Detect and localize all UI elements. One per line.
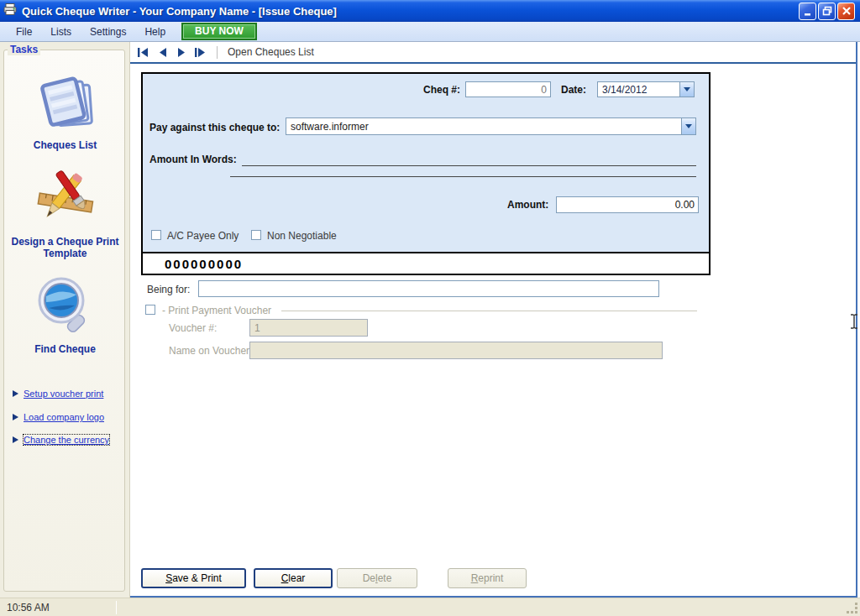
resize-grip[interactable] <box>847 603 858 614</box>
amount-words-label: Amount In Words: <box>149 154 237 165</box>
name-on-voucher-label: Name on Voucher: <box>169 345 252 357</box>
amount-words-line-2[interactable] <box>230 176 696 177</box>
first-record-button[interactable] <box>138 48 149 57</box>
link-label: Setup voucher print <box>24 389 103 399</box>
ac-payee-checkbox[interactable] <box>151 230 161 240</box>
voucher-group-rule <box>281 311 697 311</box>
tasks-groupbox: Cheques List <box>3 50 125 592</box>
payee-value: software.informer <box>286 121 681 133</box>
sidebar-item-label: Design a Cheque Print Template <box>4 236 126 259</box>
restore-button[interactable] <box>818 3 836 20</box>
titlebar: Quick Cheque Writer - Your Company Name … <box>0 0 860 22</box>
menubar: File Lists Settings Help BUY NOW <box>0 22 860 42</box>
payee-label: Pay against this cheque to: <box>149 122 280 133</box>
cheq-no-input[interactable] <box>465 81 551 97</box>
name-on-voucher-input[interactable] <box>249 342 663 359</box>
delete-button[interactable]: Delete <box>337 568 417 588</box>
print-voucher-checkbox[interactable] <box>145 305 155 315</box>
amount-label: Amount: <box>507 199 548 211</box>
ac-payee-label: A/C Payee Only <box>167 230 239 242</box>
tasks-group-title: Tasks <box>8 44 40 55</box>
voucher-no-label: Voucher #: <box>169 322 217 334</box>
print-voucher-group-label: - Print Payment Voucher <box>162 305 271 316</box>
menu-help[interactable]: Help <box>135 23 175 40</box>
menu-file[interactable]: File <box>7 23 41 40</box>
triangle-bullet-icon <box>13 414 18 420</box>
printer-icon <box>3 3 17 19</box>
micr-strip: 000000000 <box>143 252 709 274</box>
link-label: Change the currency <box>24 435 109 445</box>
date-value: 3/14/2012 <box>598 84 679 96</box>
non-negotiable-label: Non Negotiable <box>267 230 337 242</box>
sidebar-item-cheques-list[interactable]: Cheques List <box>4 72 126 151</box>
cheq-no-label: Cheq #: <box>391 84 460 96</box>
design-template-icon <box>32 221 99 235</box>
text-cursor-icon <box>850 314 858 332</box>
navbar-separator <box>217 46 218 59</box>
minimize-button[interactable] <box>799 3 816 20</box>
find-cheque-icon <box>32 328 99 342</box>
voucher-no-input[interactable] <box>249 319 368 337</box>
menu-settings[interactable]: Settings <box>81 23 135 40</box>
next-record-button[interactable] <box>176 48 186 57</box>
date-label: Date: <box>561 84 586 96</box>
reprint-button[interactable]: Reprint <box>448 568 527 588</box>
statusbar-separator <box>116 601 117 614</box>
main-content: Open Cheques List Cheq #: Date: 3/14/201… <box>130 42 857 598</box>
last-record-button[interactable] <box>195 48 207 57</box>
app-window: Quick Cheque Writer - Your Company Name … <box>0 0 860 616</box>
record-navbar: Open Cheques List <box>130 42 856 62</box>
link-label: Load company logo <box>24 412 104 422</box>
amount-words-line-1[interactable] <box>242 165 696 166</box>
payee-combobox[interactable]: software.informer <box>286 117 696 135</box>
link-load-company-logo[interactable]: Load company logo <box>13 412 104 422</box>
triangle-bullet-icon <box>13 390 18 397</box>
sidebar-item-design-template[interactable]: Design a Cheque Print Template <box>4 165 126 259</box>
date-picker[interactable]: 3/14/2012 <box>597 81 695 97</box>
window-title: Quick Cheque Writer - Your Company Name … <box>22 5 337 18</box>
sidebar-item-find-cheque[interactable]: Find Cheque <box>4 273 126 355</box>
previous-record-button[interactable] <box>158 48 168 57</box>
chevron-down-icon[interactable] <box>679 82 694 97</box>
cheques-list-icon <box>34 124 97 138</box>
link-setup-voucher-print[interactable]: Setup voucher print <box>13 389 103 399</box>
amount-input[interactable] <box>556 196 699 213</box>
statusbar: 10:56 AM <box>0 598 860 616</box>
sidebar-item-label: Find Cheque <box>4 343 126 355</box>
cheque-panel: Cheq #: Date: 3/14/2012 Pay against this… <box>141 72 711 275</box>
cheque-number-micr: 000000000 <box>143 257 243 271</box>
close-icon[interactable] <box>837 3 855 20</box>
triangle-bullet-icon <box>13 436 18 443</box>
save-print-button[interactable]: Save & Print <box>141 568 246 588</box>
being-for-input[interactable] <box>198 280 659 297</box>
being-for-label: Being for: <box>147 284 190 295</box>
tasks-sidebar: Tasks <box>0 42 130 598</box>
menu-lists[interactable]: Lists <box>41 23 81 40</box>
clear-button[interactable]: Clear <box>254 568 333 588</box>
buy-now-button[interactable]: BUY NOW <box>181 23 257 40</box>
sidebar-item-label: Cheques List <box>4 139 126 151</box>
non-negotiable-checkbox[interactable] <box>251 230 261 240</box>
chevron-down-icon[interactable] <box>681 118 695 134</box>
link-change-currency[interactable]: Change the currency <box>13 435 109 445</box>
navbar-rule <box>130 62 856 64</box>
status-time: 10:56 AM <box>0 602 116 613</box>
open-cheques-list-label[interactable]: Open Cheques List <box>228 46 314 58</box>
